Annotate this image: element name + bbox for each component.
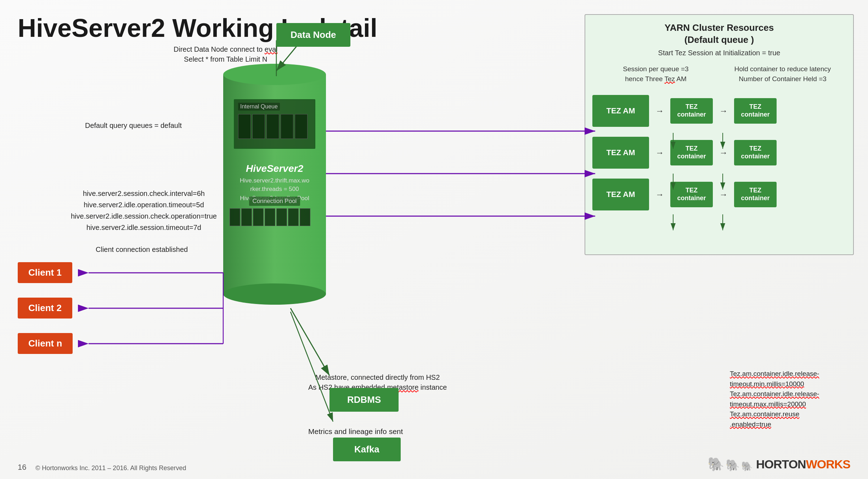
hortonworks-elephants: 🐘 🐘 🐘 xyxy=(708,456,753,472)
yarn-cluster-box: YARN Cluster Resources (Default queue ) … xyxy=(585,14,854,255)
tez-am-row-1: TEZ AM → TEZcontainer → TEZcontainer xyxy=(592,95,846,127)
yarn-cluster-title: YARN Cluster Resources (Default queue ) xyxy=(592,22,846,46)
session-params-annotation: hive.server2.session.check.interval=6h h… xyxy=(71,188,217,233)
yarn-hold-info: Hold container to reduce latencyNumber o… xyxy=(723,64,842,84)
svg-line-8 xyxy=(291,308,329,376)
tez-am-block-2: TEZ AM xyxy=(592,137,649,169)
hortonworks-logo: 🐘 🐘 🐘 HORTONWORKS xyxy=(708,456,850,472)
tez-container-params: Tez.am.container.idle.release-timeout.mi… xyxy=(730,369,850,429)
hiveserver2-cylinder: Internal Queue HiveServer2 Hive.server2.… xyxy=(223,64,326,305)
tez-am-row-3: TEZ AM → TEZcontainer → TEZcontainer xyxy=(592,179,846,210)
conn-pool-label: Connection Pool xyxy=(249,197,300,206)
internal-queue-label: Internal Queue xyxy=(238,103,280,111)
client-2-box: Client 2 xyxy=(18,298,72,319)
client-connection-annotation: Client connection established xyxy=(96,244,188,254)
hs2-label-area: HiveServer2 Hive.server2.thrift.max.work… xyxy=(229,163,321,202)
client-1-box: Client 1 xyxy=(18,262,72,283)
kafka-annotation: Metrics and lineage info sent xyxy=(308,426,403,436)
tez-am-block-1: TEZ AM xyxy=(592,95,649,127)
copyright: © Hortonworks Inc. 2011 – 2016. All Righ… xyxy=(35,464,186,472)
data-node-box: Data Node xyxy=(276,23,350,47)
tez-container-3a: TEZcontainer xyxy=(670,182,713,207)
cylinder-bottom xyxy=(223,283,326,305)
internal-queue-box: Internal Queue xyxy=(234,99,315,149)
tez-am-block-3: TEZ AM xyxy=(592,179,649,210)
page-number: 16 xyxy=(18,463,26,472)
pool-cells xyxy=(230,208,310,226)
tez-container-3b: TEZcontainer xyxy=(734,182,777,207)
yarn-cluster-subtitle: Start Tez Session at Initialization = tr… xyxy=(592,49,846,57)
hs2-title: HiveServer2 xyxy=(229,163,321,174)
default-query-annotation: Default query queues = default xyxy=(85,120,182,130)
hs2-config: Hive.server2.thrift.max.worker.threads =… xyxy=(229,176,321,193)
yarn-session-info: Session per queue =3hence Three Tez AM xyxy=(596,64,716,84)
tez-am-row-2: TEZ AM → TEZcontainer → TEZcontainer xyxy=(592,137,846,169)
client-n-box: Client n xyxy=(18,333,73,354)
svg-line-9 xyxy=(291,312,333,422)
conn-pool-area: Connection Pool xyxy=(230,197,319,206)
cylinder-top xyxy=(223,64,326,85)
data-node-annotation: Direct Data Node connect to evalSelect *… xyxy=(174,44,278,64)
tez-container-2b: TEZcontainer xyxy=(734,140,777,165)
rdbms-box: RDBMS xyxy=(329,388,399,412)
hortonworks-text: HORTONWORKS xyxy=(756,457,850,471)
tez-container-1b: TEZcontainer xyxy=(734,98,777,124)
kafka-box: Kafka xyxy=(333,438,401,461)
tez-container-2a: TEZcontainer xyxy=(670,140,713,165)
tez-container-1a: TEZcontainer xyxy=(670,98,713,124)
